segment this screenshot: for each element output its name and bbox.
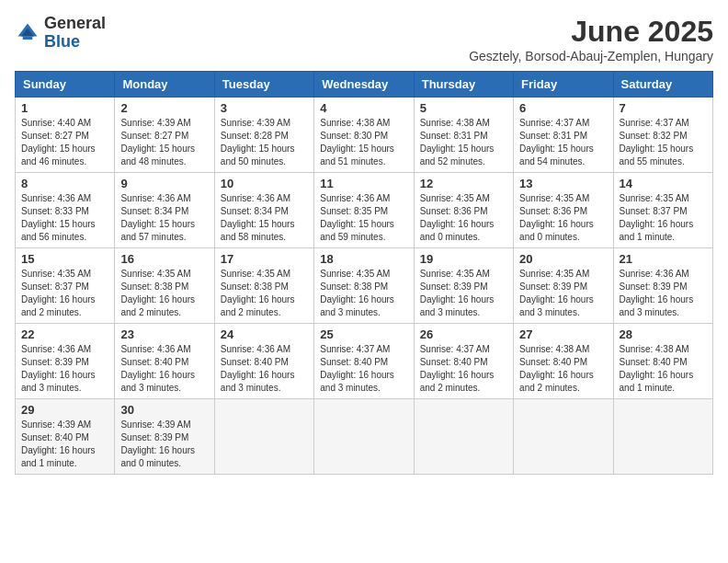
day-info: Sunrise: 4:39 AMSunset: 8:28 PMDaylight:…	[221, 117, 308, 168]
day-number: 7	[620, 101, 707, 115]
calendar-cell: 2Sunrise: 4:39 AMSunset: 8:27 PMDaylight…	[115, 98, 214, 173]
location-subtitle: Gesztely, Borsod-Abauj-Zemplen, Hungary	[469, 49, 713, 63]
day-number: 17	[221, 252, 308, 266]
calendar-cell	[414, 399, 513, 475]
day-number: 15	[21, 252, 108, 266]
day-number: 24	[221, 327, 308, 341]
month-year-title: June 2025	[469, 15, 713, 49]
calendar-cell	[514, 399, 613, 475]
day-number: 14	[620, 177, 707, 190]
logo-icon	[15, 20, 40, 46]
calendar-cell: 25Sunrise: 4:37 AMSunset: 8:40 PMDayligh…	[314, 324, 414, 399]
day-number: 3	[221, 101, 308, 115]
calendar-week-row: 29Sunrise: 4:39 AMSunset: 8:40 PMDayligh…	[16, 399, 713, 475]
day-number: 21	[620, 252, 707, 266]
day-number: 16	[120, 252, 208, 266]
calendar-cell: 23Sunrise: 4:36 AMSunset: 8:40 PMDayligh…	[115, 324, 214, 399]
calendar-cell: 21Sunrise: 4:36 AMSunset: 8:39 PMDayligh…	[613, 248, 712, 324]
day-number: 4	[320, 101, 407, 115]
calendar-cell: 14Sunrise: 4:35 AMSunset: 8:37 PMDayligh…	[613, 173, 712, 248]
day-info: Sunrise: 4:39 AMSunset: 8:27 PMDaylight:…	[120, 117, 208, 168]
calendar-cell: 4Sunrise: 4:38 AMSunset: 8:30 PMDaylight…	[314, 98, 414, 173]
day-info: Sunrise: 4:35 AMSunset: 8:36 PMDaylight:…	[420, 192, 507, 244]
calendar-cell: 19Sunrise: 4:35 AMSunset: 8:39 PMDayligh…	[414, 248, 513, 324]
calendar-cell	[214, 399, 313, 475]
calendar-day-header: Tuesday	[214, 72, 313, 98]
calendar-cell: 5Sunrise: 4:38 AMSunset: 8:31 PMDaylight…	[414, 98, 513, 173]
calendar-cell: 7Sunrise: 4:37 AMSunset: 8:32 PMDaylight…	[613, 98, 712, 173]
day-info: Sunrise: 4:36 AMSunset: 8:40 PMDaylight:…	[120, 343, 208, 395]
day-number: 9	[120, 177, 208, 190]
day-info: Sunrise: 4:36 AMSunset: 8:39 PMDaylight:…	[21, 343, 108, 395]
day-number: 28	[620, 327, 707, 341]
calendar-week-row: 22Sunrise: 4:36 AMSunset: 8:39 PMDayligh…	[16, 324, 713, 399]
svg-rect-2	[23, 36, 33, 40]
calendar-cell: 15Sunrise: 4:35 AMSunset: 8:37 PMDayligh…	[16, 248, 115, 324]
title-block: June 2025 Gesztely, Borsod-Abauj-Zemplen…	[469, 15, 713, 63]
day-info: Sunrise: 4:39 AMSunset: 8:40 PMDaylight:…	[21, 419, 108, 470]
calendar-cell: 9Sunrise: 4:36 AMSunset: 8:34 PMDaylight…	[115, 173, 214, 248]
calendar-cell: 20Sunrise: 4:35 AMSunset: 8:39 PMDayligh…	[514, 248, 613, 324]
day-info: Sunrise: 4:36 AMSunset: 8:33 PMDaylight:…	[21, 192, 108, 244]
day-number: 18	[320, 252, 407, 266]
calendar-cell: 17Sunrise: 4:35 AMSunset: 8:38 PMDayligh…	[214, 248, 313, 324]
day-number: 19	[420, 252, 507, 266]
calendar-day-header: Sunday	[16, 72, 115, 98]
day-number: 1	[21, 101, 108, 115]
calendar-cell: 27Sunrise: 4:38 AMSunset: 8:40 PMDayligh…	[514, 324, 613, 399]
day-number: 13	[519, 177, 607, 190]
day-info: Sunrise: 4:37 AMSunset: 8:40 PMDaylight:…	[320, 343, 407, 395]
day-number: 11	[320, 177, 407, 190]
day-number: 29	[21, 403, 108, 417]
day-info: Sunrise: 4:35 AMSunset: 8:37 PMDaylight:…	[21, 268, 108, 319]
day-number: 2	[120, 101, 208, 115]
day-number: 8	[21, 177, 108, 190]
day-info: Sunrise: 4:38 AMSunset: 8:40 PMDaylight:…	[519, 343, 607, 395]
day-info: Sunrise: 4:36 AMSunset: 8:35 PMDaylight:…	[320, 192, 407, 244]
calendar-cell: 18Sunrise: 4:35 AMSunset: 8:38 PMDayligh…	[314, 248, 414, 324]
day-info: Sunrise: 4:37 AMSunset: 8:32 PMDaylight:…	[620, 117, 707, 168]
day-info: Sunrise: 4:38 AMSunset: 8:31 PMDaylight:…	[420, 117, 507, 168]
day-number: 10	[221, 177, 308, 190]
calendar-cell: 30Sunrise: 4:39 AMSunset: 8:39 PMDayligh…	[115, 399, 214, 475]
day-info: Sunrise: 4:35 AMSunset: 8:38 PMDaylight:…	[221, 268, 308, 319]
calendar-cell: 1Sunrise: 4:40 AMSunset: 8:27 PMDaylight…	[16, 98, 115, 173]
calendar-cell: 16Sunrise: 4:35 AMSunset: 8:38 PMDayligh…	[115, 248, 214, 324]
day-info: Sunrise: 4:35 AMSunset: 8:38 PMDaylight:…	[120, 268, 208, 319]
calendar-cell	[613, 399, 712, 475]
day-info: Sunrise: 4:40 AMSunset: 8:27 PMDaylight:…	[21, 117, 108, 168]
day-info: Sunrise: 4:35 AMSunset: 8:36 PMDaylight:…	[519, 192, 607, 244]
calendar-cell: 10Sunrise: 4:36 AMSunset: 8:34 PMDayligh…	[214, 173, 313, 248]
logo-text: General Blue	[44, 15, 106, 52]
page-header: General Blue June 2025 Gesztely, Borsod-…	[15, 15, 713, 63]
calendar-table: SundayMondayTuesdayWednesdayThursdayFrid…	[15, 71, 713, 475]
calendar-day-header: Friday	[514, 72, 613, 98]
calendar-cell: 8Sunrise: 4:36 AMSunset: 8:33 PMDaylight…	[16, 173, 115, 248]
day-number: 12	[420, 177, 507, 190]
day-info: Sunrise: 4:36 AMSunset: 8:34 PMDaylight:…	[221, 192, 308, 244]
day-number: 26	[420, 327, 507, 341]
day-info: Sunrise: 4:37 AMSunset: 8:40 PMDaylight:…	[420, 343, 507, 395]
calendar-week-row: 1Sunrise: 4:40 AMSunset: 8:27 PMDaylight…	[16, 98, 713, 173]
calendar-day-header: Saturday	[613, 72, 712, 98]
day-number: 25	[320, 327, 407, 341]
calendar-cell: 13Sunrise: 4:35 AMSunset: 8:36 PMDayligh…	[514, 173, 613, 248]
day-info: Sunrise: 4:38 AMSunset: 8:40 PMDaylight:…	[620, 343, 707, 395]
day-info: Sunrise: 4:39 AMSunset: 8:39 PMDaylight:…	[120, 419, 208, 470]
calendar-day-header: Thursday	[414, 72, 513, 98]
calendar-cell: 28Sunrise: 4:38 AMSunset: 8:40 PMDayligh…	[613, 324, 712, 399]
calendar-week-row: 15Sunrise: 4:35 AMSunset: 8:37 PMDayligh…	[16, 248, 713, 324]
calendar-header-row: SundayMondayTuesdayWednesdayThursdayFrid…	[16, 72, 713, 98]
day-number: 20	[519, 252, 607, 266]
day-info: Sunrise: 4:36 AMSunset: 8:40 PMDaylight:…	[221, 343, 308, 395]
day-info: Sunrise: 4:37 AMSunset: 8:31 PMDaylight:…	[519, 117, 607, 168]
calendar-day-header: Monday	[115, 72, 214, 98]
day-number: 23	[120, 327, 208, 341]
day-info: Sunrise: 4:35 AMSunset: 8:39 PMDaylight:…	[420, 268, 507, 319]
day-info: Sunrise: 4:36 AMSunset: 8:39 PMDaylight:…	[620, 268, 707, 319]
logo: General Blue	[15, 15, 106, 52]
calendar-day-header: Wednesday	[314, 72, 414, 98]
day-info: Sunrise: 4:35 AMSunset: 8:38 PMDaylight:…	[320, 268, 407, 319]
calendar-cell: 11Sunrise: 4:36 AMSunset: 8:35 PMDayligh…	[314, 173, 414, 248]
day-info: Sunrise: 4:36 AMSunset: 8:34 PMDaylight:…	[120, 192, 208, 244]
